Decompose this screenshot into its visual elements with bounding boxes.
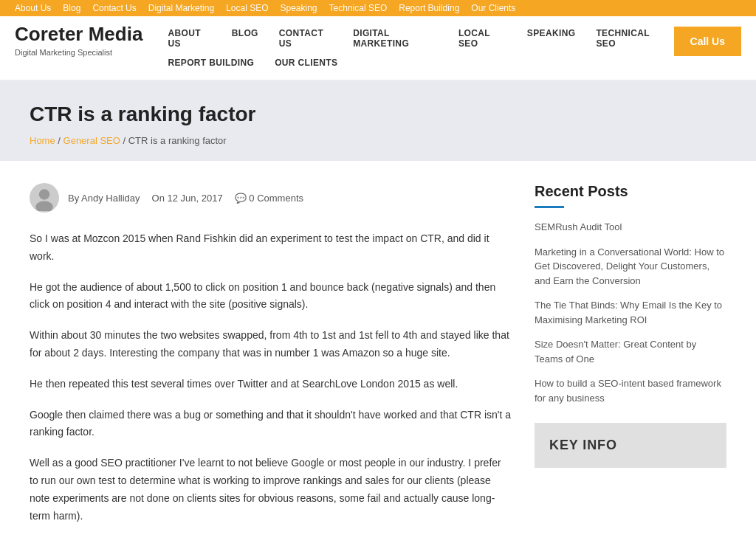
breadcrumb-sep2: / <box>123 135 128 146</box>
nav-contact[interactable]: CONTACT US <box>269 24 343 53</box>
recent-posts-section: Recent Posts SEMRush Audit Tool Marketin… <box>535 183 726 405</box>
list-item: The Tie That Binds: Why Email Is the Key… <box>535 298 726 327</box>
nav-row-1: ABOUT US BLOG CONTACT US DIGITAL MARKETI… <box>157 24 673 53</box>
article-para-2: He got the audience of about 1,500 to cl… <box>30 279 512 314</box>
topbar-link-localseo[interactable]: Local SEO <box>226 3 268 13</box>
breadcrumb-middle[interactable]: General SEO <box>63 135 120 146</box>
list-item: Size Doesn't Matter: Great Content by Te… <box>535 337 726 366</box>
author-row: By Andy Halliday On 12 Jun, 2017 💬 0 Com… <box>30 183 512 213</box>
article-para-3: Within about 30 minutes the two websites… <box>30 327 512 362</box>
svg-point-1 <box>39 189 49 199</box>
post-link-5[interactable]: How to build a SEO-intent based framewor… <box>535 378 721 404</box>
author-name: By Andy Halliday <box>68 193 140 204</box>
article-para-6: Well as a good SEO practitioner I've lea… <box>30 455 512 525</box>
list-item: How to build a SEO-intent based framewor… <box>535 376 726 405</box>
main-nav: Coreter Media Digital Marketing Speciali… <box>0 16 756 80</box>
breadcrumb-home[interactable]: Home <box>30 135 55 146</box>
article-para-5: Google then claimed there was a bug or s… <box>30 407 512 442</box>
logo: Coreter Media Digital Marketing Speciali… <box>15 24 142 57</box>
nav-localseo[interactable]: LOCAL SEO <box>448 24 517 53</box>
topbar-link-clients[interactable]: Our Clients <box>471 3 515 13</box>
recent-posts-list: SEMRush Audit Tool Marketing in a Conver… <box>535 220 726 405</box>
breadcrumb: Home / General SEO / CTR is a ranking fa… <box>30 135 726 146</box>
topbar-link-report[interactable]: Report Building <box>399 3 459 13</box>
nav-report[interactable]: REPORT BUILDING <box>157 53 264 72</box>
breadcrumb-sep1: / <box>58 135 63 146</box>
breadcrumb-current: CTR is a ranking factor <box>128 135 227 146</box>
nav-about[interactable]: ABOUT US <box>157 24 221 53</box>
nav-links: ABOUT US BLOG CONTACT US DIGITAL MARKETI… <box>157 24 673 72</box>
article-body: So I was at Mozcon 2015 when Rand Fishki… <box>30 230 512 525</box>
sidebar-divider <box>535 206 564 208</box>
main-content: By Andy Halliday On 12 Jun, 2017 💬 0 Com… <box>30 183 512 538</box>
site-tagline: Digital Marketing Specialist <box>15 48 142 57</box>
avatar <box>30 183 59 213</box>
key-info-box: KEY INFO <box>535 423 726 468</box>
post-link-3[interactable]: The Tie That Binds: Why Email Is the Key… <box>535 300 722 325</box>
nav-blog[interactable]: BLOG <box>221 24 269 53</box>
article-para-4: He then repeated this test several times… <box>30 376 512 393</box>
article-comments: 💬 0 Comments <box>235 193 303 204</box>
content-wrapper: By Andy Halliday On 12 Jun, 2017 💬 0 Com… <box>0 161 756 549</box>
author-info: By Andy Halliday On 12 Jun, 2017 💬 0 Com… <box>68 193 303 204</box>
topbar-link-blog[interactable]: Blog <box>63 3 80 13</box>
post-link-1[interactable]: SEMRush Audit Tool <box>535 221 622 232</box>
comment-icon: 💬 <box>235 193 250 204</box>
topbar-link-contact[interactable]: Contact Us <box>92 3 136 13</box>
list-item: Marketing in a Conversational World: How… <box>535 245 726 289</box>
post-link-4[interactable]: Size Doesn't Matter: Great Content by Te… <box>535 339 696 365</box>
post-link-2[interactable]: Marketing in a Conversational World: How… <box>535 246 724 286</box>
page-title: CTR is a ranking factor <box>30 103 726 126</box>
topbar-link-about[interactable]: About Us <box>15 3 51 13</box>
topbar-link-techseo[interactable]: Technical SEO <box>329 3 388 13</box>
nav-row-2: REPORT BUILDING OUR CLIENTS <box>157 53 673 72</box>
list-item: SEMRush Audit Tool <box>535 220 726 235</box>
call-button[interactable]: Call Us <box>674 27 741 56</box>
topbar-link-digital[interactable]: Digital Marketing <box>148 3 214 13</box>
nav-clients[interactable]: OUR CLIENTS <box>264 53 348 72</box>
page-hero: CTR is a ranking factor Home / General S… <box>0 80 756 161</box>
article-para-1: So I was at Mozcon 2015 when Rand Fishki… <box>30 230 512 266</box>
nav-digital[interactable]: DIGITAL MARKETING <box>343 24 448 53</box>
topbar-link-speaking[interactable]: Speaking <box>281 3 317 13</box>
nav-speaking[interactable]: SPEAKING <box>517 24 586 53</box>
article-date: On 12 Jun, 2017 <box>152 193 223 204</box>
call-button-wrapper: Call Us <box>674 27 741 56</box>
key-info-label: KEY INFO <box>549 438 712 453</box>
site-name: Coreter Media <box>15 24 142 45</box>
top-bar: About Us Blog Contact Us Digital Marketi… <box>0 0 756 16</box>
nav-techseo[interactable]: TECHNICAL SEO <box>585 24 673 53</box>
sidebar: Recent Posts SEMRush Audit Tool Marketin… <box>535 183 726 538</box>
recent-posts-title: Recent Posts <box>535 183 726 200</box>
